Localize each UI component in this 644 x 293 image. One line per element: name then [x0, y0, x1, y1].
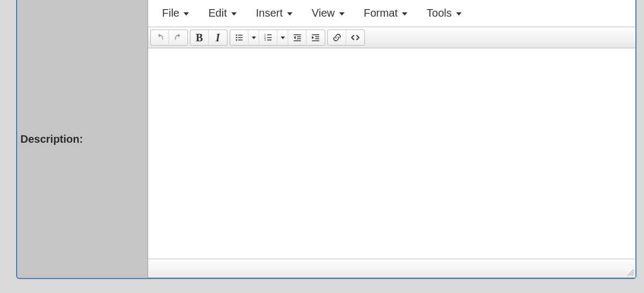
svg-rect-5 [238, 40, 242, 41]
rich-text-editor: File Edit Insert View Format Tools [148, 0, 635, 278]
resize-grip-icon[interactable] [626, 268, 634, 276]
chevron-down-icon [456, 12, 462, 16]
chevron-down-icon [287, 12, 292, 16]
chevron-down-icon [339, 12, 345, 16]
svg-point-4 [236, 39, 237, 41]
chevron-down-icon [281, 36, 285, 39]
outdent-button[interactable] [288, 30, 306, 45]
form-panel: Description: File Edit Insert View Forma… [16, 0, 636, 279]
menu-format[interactable]: Format [362, 5, 409, 21]
redo-button[interactable] [169, 30, 187, 45]
list-indent-group: 1 2 3 [230, 30, 325, 46]
svg-point-2 [236, 37, 237, 39]
menu-tools-label: Tools [427, 7, 452, 19]
svg-rect-12 [294, 34, 301, 35]
svg-rect-11 [267, 40, 271, 41]
redo-icon [173, 33, 183, 42]
svg-text:3: 3 [264, 39, 266, 41]
italic-button[interactable]: I [209, 30, 227, 45]
bullet-list-dropdown[interactable] [248, 30, 259, 45]
bold-button[interactable]: B [191, 30, 209, 45]
link-button[interactable] [328, 30, 346, 45]
svg-rect-16 [312, 34, 319, 35]
numbered-list-icon: 1 2 3 [264, 33, 273, 42]
link-icon [332, 33, 342, 42]
editor-content-area[interactable] [148, 48, 635, 259]
description-label: Description: [20, 133, 83, 145]
editor-menubar: File Edit Insert View Format Tools [148, 0, 635, 27]
menu-edit[interactable]: Edit [206, 5, 238, 21]
svg-rect-13 [297, 36, 301, 38]
editor-statusbar [148, 259, 635, 277]
svg-point-0 [236, 34, 237, 36]
label-column: Description: [17, 0, 148, 278]
svg-rect-3 [238, 37, 242, 38]
menu-insert[interactable]: Insert [254, 5, 295, 21]
menu-edit-label: Edit [208, 7, 226, 19]
outdent-icon [292, 33, 302, 42]
menu-format-label: Format [364, 7, 398, 19]
menu-insert-label: Insert [256, 7, 283, 19]
bullet-list-icon [235, 33, 244, 42]
history-group [150, 30, 188, 46]
code-icon [350, 33, 360, 42]
numbered-list-dropdown[interactable] [277, 30, 288, 45]
menu-file-label: File [162, 7, 179, 19]
menu-view[interactable]: View [310, 5, 347, 21]
chevron-down-icon [231, 12, 237, 16]
svg-rect-14 [297, 39, 301, 40]
text-style-group: B I [190, 30, 228, 46]
svg-rect-17 [315, 36, 319, 38]
svg-rect-19 [312, 40, 319, 41]
svg-rect-9 [267, 37, 271, 38]
svg-rect-18 [315, 39, 319, 40]
editor-toolbar: B I 1 2 3 [148, 27, 635, 48]
svg-rect-7 [267, 34, 271, 35]
chevron-down-icon [184, 12, 189, 16]
menu-view-label: View [312, 7, 335, 19]
bullet-list-button[interactable] [230, 30, 248, 45]
insert-group [327, 30, 365, 46]
indent-icon [311, 33, 320, 42]
chevron-down-icon [252, 36, 256, 39]
indent-button[interactable] [306, 30, 325, 45]
undo-button[interactable] [151, 30, 169, 45]
svg-rect-15 [294, 40, 301, 41]
undo-icon [155, 33, 165, 42]
svg-rect-1 [238, 35, 242, 36]
menu-tools[interactable]: Tools [425, 5, 464, 21]
source-code-button[interactable] [346, 30, 364, 45]
numbered-list-button[interactable]: 1 2 3 [259, 30, 277, 45]
chevron-down-icon [402, 12, 407, 16]
menu-file[interactable]: File [160, 5, 191, 21]
